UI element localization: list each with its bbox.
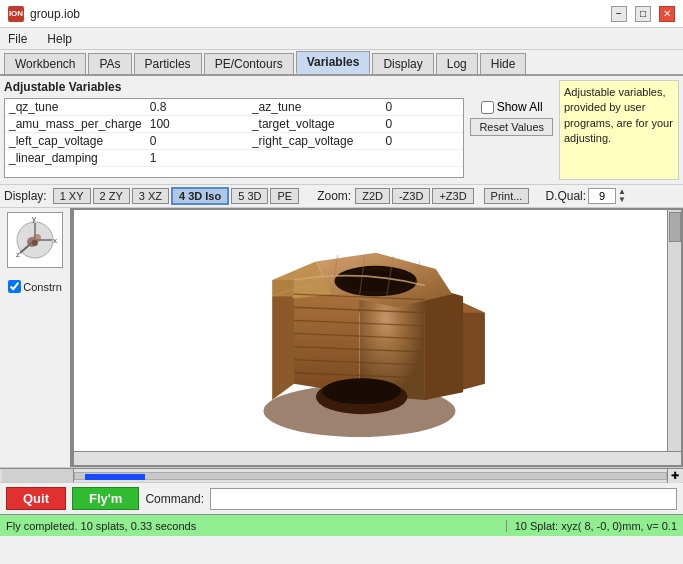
- title-bar: ION group.iob − □ ✕: [0, 0, 683, 28]
- print-button[interactable]: Print...: [484, 188, 530, 204]
- display-toolbar: Display: 1 XY 2 ZY 3 XZ 4 3D Iso 5 3D PE…: [0, 184, 683, 208]
- menu-help[interactable]: Help: [43, 31, 76, 47]
- close-button[interactable]: ✕: [659, 6, 675, 22]
- horiz-scroll-bar[interactable]: [74, 472, 667, 480]
- viewport-bottom-bar: [74, 451, 681, 465]
- show-all-input[interactable]: [481, 101, 494, 114]
- svg-marker-13: [272, 280, 294, 400]
- var-value-az-tune[interactable]: 0: [381, 99, 463, 116]
- table-row: _amu_mass_per_charge 100 _target_voltage…: [5, 116, 463, 133]
- svg-text:x: x: [53, 236, 57, 245]
- var-value-qz-tune[interactable]: 0.8: [146, 99, 231, 116]
- dqual-label: D.Qual:: [545, 189, 586, 203]
- var-name-right-cap: _right_cap_voltage: [248, 133, 382, 150]
- var-name-az-tune: _az_tune: [248, 99, 382, 116]
- var-name-empty: [248, 150, 382, 167]
- vars-help: Adjustable variables, provided by user p…: [559, 80, 679, 180]
- status-bar: Fly completed. 10 splats, 0.33 seconds 1…: [0, 514, 683, 536]
- flym-button[interactable]: Fly'm: [72, 487, 139, 510]
- var-value-linear-damping[interactable]: 1: [146, 150, 231, 167]
- command-label: Command:: [145, 492, 204, 506]
- show-all-label: Show All: [497, 100, 543, 114]
- svg-text:z: z: [16, 250, 20, 259]
- svg-point-28: [341, 270, 411, 292]
- var-value-left-cap[interactable]: 0: [146, 133, 231, 150]
- viewport-area: z x y Constrn: [0, 208, 683, 468]
- title-left: ION group.iob: [8, 6, 80, 22]
- horiz-scroll-thumb[interactable]: [85, 474, 145, 480]
- tab-particles[interactable]: Particles: [134, 53, 202, 74]
- display-btn-xy[interactable]: 1 XY: [53, 188, 91, 204]
- zoom-btn-z2d[interactable]: Z2D: [355, 188, 390, 204]
- zoom-label: Zoom:: [317, 189, 351, 203]
- vars-table-container[interactable]: _qz_tune 0.8 _az_tune 0 _amu_mass_per_ch…: [4, 98, 464, 178]
- display-btn-3d-iso[interactable]: 4 3D Iso: [171, 187, 229, 205]
- var-value-target-voltage[interactable]: 0: [381, 116, 463, 133]
- display-btn-zy[interactable]: 2 ZY: [93, 188, 130, 204]
- var-name-left-cap: _left_cap_voltage: [5, 133, 146, 150]
- dqual-down-arrow[interactable]: ▼: [618, 196, 626, 204]
- dqual-input[interactable]: [588, 188, 616, 204]
- var-value-empty: [381, 150, 463, 167]
- nut-3d-model: [144, 220, 564, 460]
- tab-workbench[interactable]: Workbench: [4, 53, 86, 74]
- var-name-linear-damping: _linear_damping: [5, 150, 146, 167]
- svg-marker-19: [272, 280, 294, 296]
- axis-indicator: z x y: [7, 212, 63, 268]
- display-label: Display:: [4, 189, 47, 203]
- command-bar: Quit Fly'm Command:: [0, 482, 683, 514]
- var-value-right-cap[interactable]: 0: [381, 133, 463, 150]
- svg-marker-16: [425, 285, 463, 400]
- table-row: _linear_damping 1: [5, 150, 463, 167]
- display-btn-xz[interactable]: 3 XZ: [132, 188, 169, 204]
- title-controls: − □ ✕: [611, 6, 675, 22]
- scroll-thumb-vertical[interactable]: [669, 212, 681, 242]
- app-icon: ION: [8, 6, 24, 22]
- tab-display[interactable]: Display: [372, 53, 433, 74]
- title-text: group.iob: [30, 7, 80, 21]
- tab-hide[interactable]: Hide: [480, 53, 527, 74]
- display-btn-3d[interactable]: 5 3D: [231, 188, 268, 204]
- constrain-input[interactable]: [8, 280, 21, 293]
- scroll-corner-left: [2, 469, 74, 482]
- zoom-btn-neg-z3d[interactable]: -Z3D: [392, 188, 430, 204]
- viewport-3d[interactable]: [72, 208, 683, 467]
- status-right: 10 Splat: xyz( 8, -0, 0)mm, v= 0.1: [506, 520, 677, 532]
- vars-title: Adjustable Variables: [4, 80, 464, 94]
- scroll-corner: ✚: [667, 469, 681, 483]
- minimize-button[interactable]: −: [611, 6, 627, 22]
- maximize-button[interactable]: □: [635, 6, 651, 22]
- quit-button[interactable]: Quit: [6, 487, 66, 510]
- menu-file[interactable]: File: [4, 31, 31, 47]
- constrain-label: Constrn: [23, 281, 62, 293]
- reset-values-button[interactable]: Reset Values: [470, 118, 553, 136]
- table-row: _left_cap_voltage 0 _right_cap_voltage 0: [5, 133, 463, 150]
- tab-log[interactable]: Log: [436, 53, 478, 74]
- vars-right-controls: Show All Reset Values: [470, 80, 553, 180]
- viewport-sidebar: z x y Constrn: [0, 208, 72, 467]
- nav-tabs: Workbench PAs Particles PE/Contours Vari…: [0, 50, 683, 76]
- var-name-amu: _amu_mass_per_charge: [5, 116, 146, 133]
- tab-pe-contours[interactable]: PE/Contours: [204, 53, 294, 74]
- variables-panel: Adjustable Variables _qz_tune 0.8 _az_tu…: [0, 76, 683, 184]
- tab-variables[interactable]: Variables: [296, 51, 371, 74]
- svg-point-30: [322, 378, 401, 404]
- var-name-target-voltage: _target_voltage: [248, 116, 382, 133]
- horiz-scroll-area[interactable]: ✚: [0, 468, 683, 482]
- constrain-checkbox[interactable]: Constrn: [8, 280, 62, 293]
- svg-text:y: y: [32, 215, 36, 223]
- dqual-arrows: ▲ ▼: [618, 188, 626, 204]
- table-row: _qz_tune 0.8 _az_tune 0: [5, 99, 463, 116]
- vars-table: _qz_tune 0.8 _az_tune 0 _amu_mass_per_ch…: [5, 99, 463, 167]
- vars-main: Adjustable Variables _qz_tune 0.8 _az_tu…: [4, 80, 464, 180]
- scroll-track-vertical[interactable]: [667, 210, 681, 451]
- axis-svg: z x y: [10, 215, 60, 265]
- status-left: Fly completed. 10 splats, 0.33 seconds: [6, 520, 506, 532]
- var-name-qz-tune: _qz_tune: [5, 99, 146, 116]
- show-all-checkbox[interactable]: Show All: [481, 100, 543, 114]
- display-btn-pe[interactable]: PE: [270, 188, 299, 204]
- tab-pas[interactable]: PAs: [88, 53, 131, 74]
- var-value-amu[interactable]: 100: [146, 116, 231, 133]
- zoom-btn-plus-z3d[interactable]: +Z3D: [432, 188, 473, 204]
- command-input[interactable]: [210, 488, 677, 510]
